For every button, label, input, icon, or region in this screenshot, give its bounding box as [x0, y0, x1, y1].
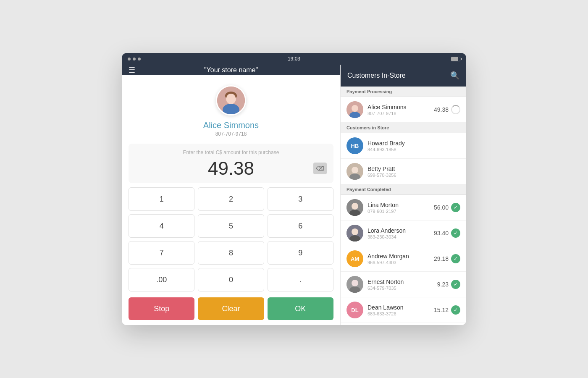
- status-dots: [128, 58, 141, 60]
- completed-icon: ✓: [451, 228, 460, 238]
- customer-name: Alice Simmons: [368, 104, 430, 110]
- customer-info: Dean Lawson 689-633-3726: [368, 304, 430, 316]
- amount-hint: Enter the total C$ amount for this purch…: [183, 150, 279, 155]
- customer-avatar: DL: [346, 302, 363, 318]
- backspace-button[interactable]: ⌫: [313, 163, 327, 174]
- customer-list: Payment Processing Alice Simmons 807-707…: [341, 87, 466, 325]
- list-item[interactable]: DL Dean Lawson 689-633-3726 15.12 ✓: [341, 297, 466, 323]
- clear-button[interactable]: Clear: [198, 297, 264, 320]
- customer-avatar: [346, 163, 363, 180]
- svg-point-13: [352, 203, 358, 210]
- processing-spinner: [451, 105, 460, 114]
- num-btn-9[interactable]: 9: [268, 241, 333, 265]
- section-customers-in-store: Customers in Store: [341, 123, 466, 133]
- completed-icon: ✓: [451, 254, 460, 263]
- svg-point-5: [228, 100, 234, 103]
- customer-avatar: AM: [346, 250, 363, 267]
- customer-phone: 634-579-7035: [368, 286, 433, 291]
- num-btn-6[interactable]: 6: [268, 214, 333, 238]
- list-item[interactable]: Lina Morton 079-601-2197 56.00 ✓: [341, 195, 466, 220]
- customer-avatar: [346, 225, 363, 242]
- customer-phone: 079-601-2197: [368, 209, 430, 214]
- num-btn-0[interactable]: 0: [198, 268, 264, 291]
- completed-icon: ✓: [451, 280, 460, 289]
- amount-area: Enter the total C$ amount for this purch…: [129, 144, 333, 183]
- customer-phone: 966-597-4303: [368, 260, 430, 265]
- user-avatar: [216, 85, 246, 116]
- customer-name: Betty Pratt: [368, 165, 460, 172]
- section-payment-completed: Payment Completed: [341, 184, 466, 195]
- customer-right: 15.12 ✓: [434, 305, 460, 315]
- customer-phone: 689-633-3726: [368, 311, 430, 316]
- numpad: 1 2 3 4 5 6 7 8 9 .00 0 .: [122, 183, 340, 296]
- svg-point-7: [352, 105, 358, 112]
- customer-name: Lora Anderson: [368, 227, 430, 234]
- customer-name: Andrew Morgan: [368, 253, 430, 260]
- main-layout: ☰ "Your store name" Alice Simmons: [122, 65, 466, 325]
- right-header: Customers In-Store 🔍: [341, 65, 466, 87]
- num-btn-00[interactable]: .00: [129, 268, 194, 291]
- num-btn-4[interactable]: 4: [129, 214, 194, 238]
- customer-amount: 15.12: [434, 307, 449, 313]
- dot3: [138, 58, 141, 60]
- customer-right: 49.38: [434, 105, 460, 114]
- user-profile: Alice Simmons 807-707-9718: [122, 75, 340, 144]
- search-button[interactable]: 🔍: [450, 71, 459, 80]
- customer-name: Lina Morton: [368, 202, 430, 208]
- num-btn-1[interactable]: 1: [129, 187, 194, 211]
- num-btn-5[interactable]: 5: [198, 214, 264, 238]
- customer-amount: 9.23: [437, 281, 449, 288]
- status-time: 19:03: [288, 56, 300, 62]
- customer-amount: 29.18: [434, 255, 449, 262]
- right-panel: Customers In-Store 🔍 Payment Processing: [340, 65, 466, 325]
- num-btn-7[interactable]: 7: [129, 241, 194, 265]
- num-btn-8[interactable]: 8: [198, 241, 264, 265]
- left-panel: ☰ "Your store name" Alice Simmons: [122, 65, 340, 325]
- dot2: [133, 58, 136, 60]
- status-battery: [451, 57, 460, 61]
- device: 19:03 ☰ "Your store name": [122, 53, 466, 325]
- completed-icon: ✓: [451, 203, 460, 212]
- customer-info: Alice Simmons 807-707-9718: [368, 104, 430, 116]
- list-item[interactable]: AM Andrew Morgan 966-597-4303 29.18 ✓: [341, 246, 466, 272]
- list-item[interactable]: HB Howard Brady 844-693-1858: [341, 133, 466, 159]
- svg-point-16: [352, 228, 358, 235]
- customer-amount: 56.00: [434, 204, 449, 211]
- list-item[interactable]: Betty Pratt 699-570-3256: [341, 159, 466, 184]
- user-phone: 807-707-9718: [215, 131, 247, 137]
- customer-right: 93.40 ✓: [434, 228, 460, 238]
- num-btn-dot[interactable]: .: [268, 268, 333, 291]
- customer-name: Ernest Norton: [368, 278, 433, 285]
- action-buttons: Stop Clear OK: [129, 297, 333, 320]
- completed-icon: ✓: [451, 305, 460, 315]
- customer-info: Betty Pratt 699-570-3256: [368, 165, 460, 178]
- customer-phone: 807-707-9718: [368, 111, 430, 116]
- customer-right: 29.18 ✓: [434, 254, 460, 263]
- list-item[interactable]: Lora Anderson 383-230-3034 93.40 ✓: [341, 220, 466, 246]
- svg-point-19: [352, 280, 358, 286]
- customer-avatar: [346, 276, 363, 293]
- customer-name: Howard Brady: [368, 140, 460, 147]
- svg-point-10: [352, 167, 358, 173]
- left-header: ☰ "Your store name": [122, 65, 340, 75]
- list-item[interactable]: Ernest Norton 634-579-7035 9.23 ✓: [341, 272, 466, 297]
- list-item[interactable]: Alice Simmons 807-707-9718 49.38: [341, 97, 466, 123]
- dot1: [128, 58, 131, 60]
- status-bar: 19:03: [122, 53, 466, 65]
- num-btn-3[interactable]: 3: [268, 187, 333, 211]
- battery-fill: [452, 57, 458, 61]
- amount-value: 49.38: [208, 158, 254, 179]
- ok-button[interactable]: OK: [268, 297, 333, 320]
- customer-right: 56.00 ✓: [434, 203, 460, 212]
- customer-info: Lina Morton 079-601-2197: [368, 202, 430, 214]
- customer-avatar: [346, 199, 363, 216]
- amount-display-row: 49.38 ⌫: [135, 158, 327, 179]
- customer-phone: 699-570-3256: [368, 173, 460, 178]
- stop-button[interactable]: Stop: [129, 297, 194, 320]
- customer-phone: 844-693-1858: [368, 147, 460, 152]
- hamburger-icon[interactable]: ☰: [129, 66, 135, 75]
- user-name: Alice Simmons: [203, 121, 259, 130]
- customer-name: Dean Lawson: [368, 304, 430, 311]
- section-payment-processing: Payment Processing: [341, 87, 466, 97]
- num-btn-2[interactable]: 2: [198, 187, 264, 211]
